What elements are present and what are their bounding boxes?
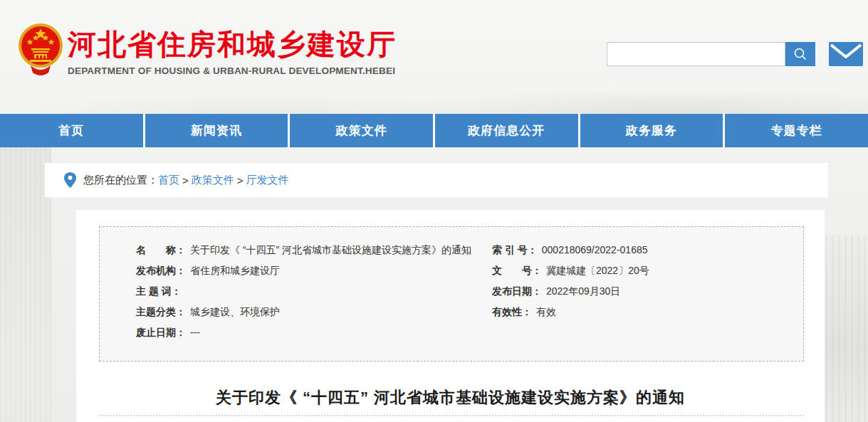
nav-item-topics[interactable]: 专题专栏: [725, 114, 868, 147]
meta-row-validity: 有效性：有效: [492, 305, 649, 325]
meta-value: ---: [190, 327, 200, 338]
document-meta-box: 名 称：关于印发《 “十四五” 河北省城市基础设施建设实施方案》的通知 发布机构…: [99, 226, 804, 362]
meta-value: 000218069/2022-01685: [542, 244, 648, 255]
meta-label: 发布日期：: [492, 285, 542, 297]
meta-label: 索 引 号：: [492, 244, 538, 255]
meta-label: 主题分类：: [136, 306, 186, 317]
meta-label: 废止日期：: [136, 327, 186, 338]
meta-right-column: 索 引 号：000218069/2022-01685 文 号：冀建城建〔2022…: [492, 243, 649, 325]
mail-button[interactable]: [829, 42, 863, 66]
meta-value: 2022年09月30日: [546, 285, 620, 297]
national-emblem-icon: [18, 23, 63, 81]
breadcrumb-link-policy[interactable]: 政策文件: [192, 174, 234, 187]
breadcrumb-separator: >: [237, 174, 244, 186]
breadcrumb: 您所在的位置： 首页 > 政策文件 > 厅发文件: [45, 163, 828, 197]
nav-item-gov-info[interactable]: 政府信息公开: [435, 114, 578, 147]
meta-row-issuing-org: 发布机构：省住房和城乡建设厅: [136, 263, 471, 284]
site-subtitle: DEPARTMENT OF HOUSING & URBAN-RURAL DEVE…: [68, 65, 397, 76]
nav-item-news[interactable]: 新闻资讯: [145, 114, 288, 147]
meta-value: 冀建城建〔2022〕20号: [546, 265, 649, 276]
meta-row-repeal-date: 废止日期：---: [136, 325, 471, 346]
meta-label: 发布机构：: [136, 265, 186, 276]
meta-label: 文 号：: [492, 265, 542, 276]
meta-row-subject-words: 主 题 词：: [136, 284, 471, 305]
meta-row-index-number: 索 引 号：000218069/2022-01685: [492, 243, 649, 263]
meta-value: 有效: [536, 306, 556, 317]
meta-label: 主 题 词：: [136, 285, 182, 297]
meta-value: 关于印发《 “十四五” 河北省城市基础设施建设实施方案》的通知: [190, 244, 471, 255]
title-separator: [99, 415, 804, 416]
meta-label: 名 称：: [136, 244, 186, 255]
breadcrumb-prefix: 您所在的位置：: [83, 174, 158, 187]
search-icon: [793, 46, 808, 62]
envelope-icon: [829, 42, 863, 66]
breadcrumb-link-dept-files[interactable]: 厅发文件: [246, 174, 289, 187]
nav-item-home[interactable]: 首页: [0, 114, 143, 147]
meta-value: 城乡建设、环境保护: [190, 306, 280, 317]
meta-label: 有效性：: [492, 306, 532, 317]
right-ink-skyline-art: [825, 235, 868, 422]
meta-value: 省住房和城乡建设厅: [190, 265, 280, 276]
search-button[interactable]: [785, 42, 815, 66]
site-header: 河北省住房和城乡建设厅 DEPARTMENT OF HOUSING & URBA…: [0, 0, 868, 114]
meta-row-doc-number: 文 号：冀建城建〔2022〕20号: [492, 263, 649, 284]
breadcrumb-link-home[interactable]: 首页: [158, 174, 179, 187]
main-nav: 首页 新闻资讯 政策文件 政府信息公开 政务服务 专题专栏: [0, 114, 868, 147]
site-title: 河北省住房和城乡建设厅: [68, 28, 397, 60]
meta-row-subject-category: 主题分类：城乡建设、环境保护: [136, 305, 471, 325]
left-ink-tower-art: [0, 128, 51, 422]
nav-item-services[interactable]: 政务服务: [580, 114, 723, 147]
search-area: [607, 42, 815, 66]
meta-left-column: 名 称：关于印发《 “十四五” 河北省城市基础设施建设实施方案》的通知 发布机构…: [136, 243, 471, 346]
article-title: 关于印发《 “十四五” 河北省城市基础设施建设实施方案》的通知: [76, 387, 825, 408]
search-input[interactable]: [607, 42, 785, 66]
location-pin-icon: [64, 172, 76, 188]
breadcrumb-separator: >: [182, 174, 189, 186]
meta-row-title: 名 称：关于印发《 “十四五” 河北省城市基础设施建设实施方案》的通知: [136, 243, 471, 263]
meta-row-publish-date: 发布日期：2022年09月30日: [492, 284, 649, 305]
nav-item-policy[interactable]: 政策文件: [290, 114, 433, 147]
content-card: 名 称：关于印发《 “十四五” 河北省城市基础设施建设实施方案》的通知 发布机构…: [76, 210, 825, 422]
